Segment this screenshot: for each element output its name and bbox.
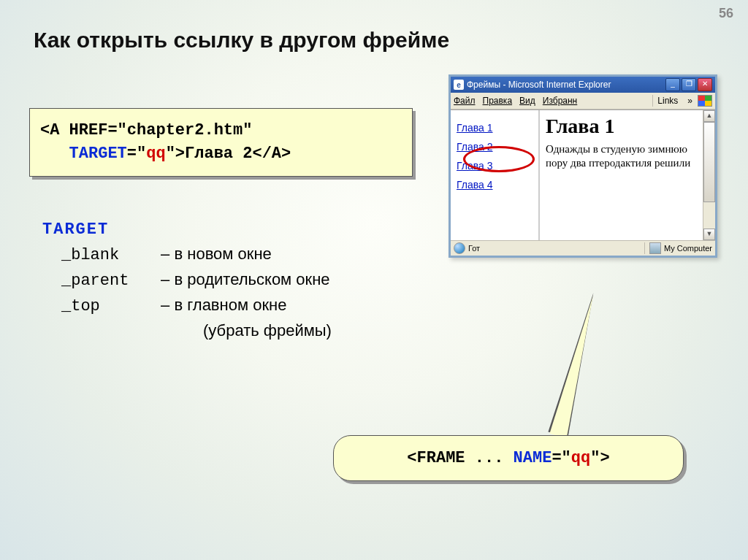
maximize-button[interactable]: ❐ bbox=[682, 78, 696, 91]
chapter-body: Однажды в студеную зимнюю пору два птеро… bbox=[546, 142, 709, 170]
links-bar: Links » bbox=[652, 95, 712, 107]
code-text: "> bbox=[590, 449, 609, 467]
target-top-desc2: (убрать фреймы) bbox=[42, 321, 332, 340]
code-attr-target: TARGET bbox=[69, 145, 127, 163]
status-text: Гот bbox=[468, 244, 480, 253]
window-title: Фреймы - Microsoft Internet Explorer bbox=[467, 80, 664, 90]
code-text: <FRAME ... bbox=[407, 449, 503, 467]
chevron-icon[interactable]: » bbox=[687, 96, 692, 106]
code-text: > bbox=[175, 145, 185, 163]
target-values-block: TARGET _blank – в новом окне _parent – в… bbox=[42, 218, 332, 342]
target-parent-key: _parent bbox=[42, 269, 156, 293]
browser-body: Глава 1 Глава 2 Глава 3 Глава 4 Глава 1 … bbox=[451, 110, 715, 240]
code-text: " bbox=[166, 145, 175, 163]
browser-statusbar: Гот My Computer bbox=[451, 240, 715, 256]
nav-link-ch3[interactable]: Глава 3 bbox=[457, 160, 533, 172]
zone-indicator: My Computer bbox=[644, 242, 712, 254]
code-example-anchor: <A HREF="chapter2.htm" TARGET="qq">Глава… bbox=[29, 108, 413, 177]
target-blank-key: _blank bbox=[42, 243, 156, 267]
target-blank-desc: – в новом окне bbox=[156, 245, 272, 263]
zone-text: My Computer bbox=[664, 244, 712, 253]
page-number: 56 bbox=[719, 6, 733, 21]
browser-window: e Фреймы - Microsoft Internet Explorer _… bbox=[449, 74, 717, 258]
links-label: Links bbox=[657, 96, 678, 106]
menu-file[interactable]: Файл bbox=[454, 96, 476, 106]
scroll-thumb[interactable] bbox=[703, 122, 715, 202]
close-button[interactable]: ✕ bbox=[698, 78, 712, 91]
chapter-heading: Глава 1 bbox=[546, 115, 709, 138]
menu-favorites[interactable]: Избранн bbox=[543, 96, 577, 106]
target-parent-desc: – в родительском окне bbox=[156, 270, 330, 288]
target-header: TARGET bbox=[42, 218, 332, 242]
windows-flag-icon bbox=[698, 95, 712, 107]
ie-status-icon bbox=[454, 242, 465, 254]
target-top-desc: – в главном окне bbox=[156, 296, 286, 314]
nav-link-ch4[interactable]: Глава 4 bbox=[457, 179, 533, 191]
code-text: <A HREF="chapter2.htm" bbox=[40, 121, 252, 139]
code-value-qq: qq bbox=[571, 449, 590, 467]
scrollbar[interactable]: ▲ ▼ bbox=[703, 110, 715, 240]
left-frame: Глава 1 Глава 2 Глава 3 Глава 4 bbox=[451, 110, 540, 240]
target-top-key: _top bbox=[42, 294, 156, 318]
right-frame: Глава 1 Однажды в студеную зимнюю пору д… bbox=[540, 110, 715, 240]
code-text: </A> bbox=[252, 145, 291, 163]
nav-link-ch1[interactable]: Глава 1 bbox=[457, 122, 533, 134]
ie-icon: e bbox=[454, 80, 464, 90]
browser-menubar: Файл Правка Вид Избранн Links » bbox=[451, 93, 715, 110]
code-example-frame: <FRAME ... NAME="qq"> bbox=[333, 435, 684, 481]
menu-edit[interactable]: Правка bbox=[483, 96, 513, 106]
menu-view[interactable]: Вид bbox=[519, 96, 535, 106]
code-attr-name: NAME bbox=[514, 449, 552, 467]
code-text: =" bbox=[127, 145, 146, 163]
nav-link-ch2[interactable]: Глава 2 bbox=[457, 141, 533, 153]
computer-icon bbox=[649, 242, 661, 254]
browser-titlebar: e Фреймы - Microsoft Internet Explorer _… bbox=[451, 77, 715, 93]
scroll-down-icon[interactable]: ▼ bbox=[703, 229, 715, 240]
code-linktext: Глава 2 bbox=[185, 145, 252, 163]
code-value-qq: qq bbox=[146, 145, 165, 163]
code-text: =" bbox=[552, 449, 570, 467]
slide-title: Как открыть ссылку в другом фрейме bbox=[34, 28, 449, 53]
scroll-up-icon[interactable]: ▲ bbox=[703, 110, 715, 122]
minimize-button[interactable]: _ bbox=[665, 78, 680, 91]
